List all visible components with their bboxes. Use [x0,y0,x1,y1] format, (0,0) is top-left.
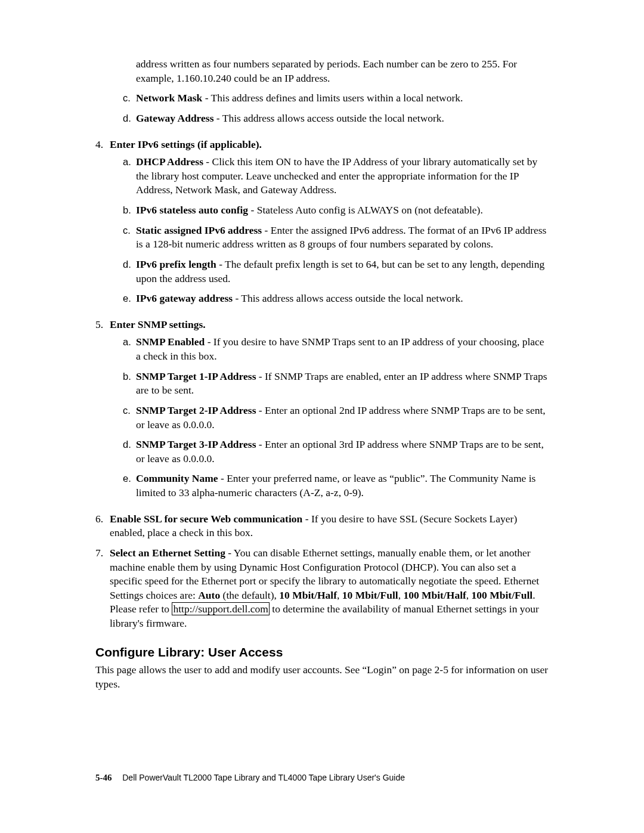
sub-label: SNMP Enabled [136,336,205,348]
sub-text: - This address allows access outside the… [213,112,444,124]
sub-text: - Stateless Auto config is ALWAYS on (no… [248,204,483,216]
step-marker: 5. [95,318,110,506]
step-marker: 6. [95,512,110,540]
sub-label: Network Mask [136,92,202,104]
sub-marker: a. [123,335,136,363]
ethernet-option: 10 Mbit/Full [342,589,398,601]
page-footer: 5-46 Dell PowerVault TL2000 Tape Library… [95,773,405,783]
sub-item: DHCP Address - Click this item ON to hav… [136,155,549,197]
main-list: address written as four numbers separate… [95,57,549,631]
sub-label: SNMP Target 3-IP Address [136,438,256,450]
sub-label: IPv6 prefix length [136,258,216,270]
sub-label: Gateway Address [136,112,213,124]
sub-marker: d. [123,258,136,286]
sub-item: IPv6 gateway address - This address allo… [136,292,549,306]
content-area: address written as four numbers separate… [95,57,549,691]
sub-marker: c. [123,91,136,106]
sub-label: IPv6 stateless auto config [136,204,248,216]
step-label: Enable SSL for secure Web communication [110,513,302,525]
sub-label: Static assigned IPv6 address [136,224,262,236]
sep: , [337,589,342,601]
step-body: Enable SSL for secure Web communication … [110,512,549,540]
sub-marker: e. [123,472,136,500]
step-body: Select an Ethernet Setting - You can dis… [110,546,549,631]
sub-marker: c. [123,224,136,252]
sub-item: SNMP Target 1-IP Address - If SNMP Traps… [136,370,549,398]
sub-item: Gateway Address - This address allows ac… [136,112,549,126]
sub-marker: e. [123,292,136,306]
step-heading: Enter IPv6 settings (if applicable). [110,138,262,150]
step-label: Select an Ethernet Setting [110,547,225,559]
section-heading: Configure Library: User Access [95,644,549,661]
step-marker: 4. [95,138,110,312]
sub-marker: a. [123,155,136,197]
support-link[interactable]: http://support.dell.com [172,602,269,615]
step-marker: 7. [95,546,110,631]
sep: , [466,589,472,601]
sub-marker: d. [123,112,136,126]
continuation-text: address written as four numbers separate… [136,57,549,85]
ethernet-option: 100 Mbit/Half [403,589,466,601]
sub-label: Community Name [136,472,218,484]
sub-marker: c. [123,404,136,432]
sub-label: SNMP Target 1-IP Address [136,370,256,382]
sub-text: - This address allows access outside the… [233,292,463,304]
sub-item: IPv6 stateless auto config - Stateless A… [136,203,549,218]
sep: (the default), [220,589,279,601]
sub-item: SNMP Target 2-IP Address - Enter an opti… [136,404,549,432]
section-body: This page allows the user to add and mod… [95,663,549,691]
sub-label: SNMP Target 2-IP Address [136,404,256,416]
sub-item: IPv6 prefix length - The default prefix … [136,258,549,286]
document-page: address written as four numbers separate… [0,0,644,833]
ethernet-option: 10 Mbit/Half [279,589,337,601]
sub-item: SNMP Enabled - If you desire to have SNM… [136,335,549,363]
sub-text: - This address defines and limits users … [202,92,463,104]
page-number: 5-46 [95,773,112,782]
sub-marker: d. [123,438,136,466]
sub-item: Static assigned IPv6 address - Enter the… [136,224,549,252]
ethernet-option: 100 Mbit/Full [472,589,533,601]
sub-item: SNMP Target 3-IP Address - Enter an opti… [136,438,549,466]
sub-item: Network Mask - This address defines and … [136,91,549,106]
sub-marker: b. [123,203,136,218]
sub-label: IPv6 gateway address [136,292,233,304]
sub-label: DHCP Address [136,156,203,168]
ethernet-option: Auto [198,589,220,601]
sub-item: Community Name - Enter your preferred na… [136,472,549,500]
sub-marker: b. [123,370,136,398]
step-heading: Enter SNMP settings. [110,318,206,330]
guide-title: Dell PowerVault TL2000 Tape Library and … [122,773,405,782]
